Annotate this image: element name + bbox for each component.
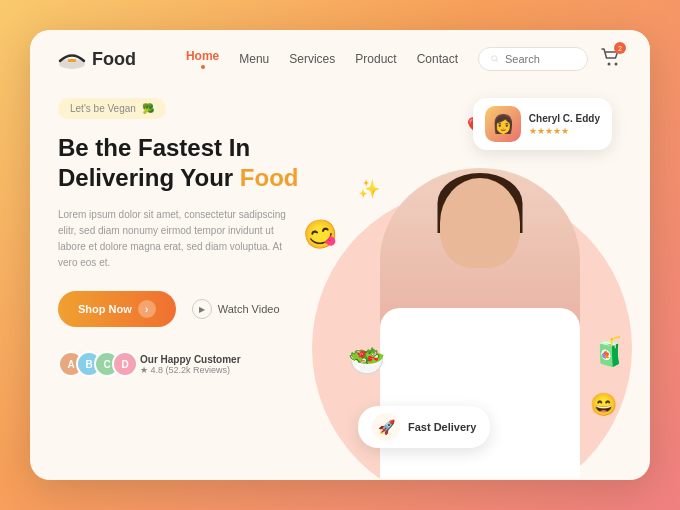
nav-menu[interactable]: Menu xyxy=(239,52,269,66)
delivery-icon: 🚀 xyxy=(372,413,400,441)
headline-line1: Be the Fastest In xyxy=(58,133,338,163)
navbar: Food Home Menu Services Product Contact … xyxy=(30,30,650,88)
avatar-4: D xyxy=(112,351,138,377)
person-shirt xyxy=(380,308,580,479)
svg-point-4 xyxy=(608,63,611,66)
logo[interactable]: Food xyxy=(58,48,136,70)
nav-product[interactable]: Product xyxy=(355,52,396,66)
cheryl-stars: ★★★★★ xyxy=(529,126,600,136)
emoji-smile: 😄 xyxy=(590,392,617,418)
shop-now-button[interactable]: Shop Now › xyxy=(58,291,176,327)
cart-badge: 2 xyxy=(614,42,626,54)
food-bowl-emoji: 🥗 xyxy=(348,343,385,378)
svg-point-5 xyxy=(615,63,618,66)
hero-section: Let's be Vegan 🥦 Be the Fastest In Deliv… xyxy=(30,88,650,478)
cheryl-card: 👩 Cheryl C. Eddy ★★★★★ xyxy=(473,98,612,150)
cheryl-name: Cheryl C. Eddy xyxy=(529,113,600,124)
vegan-emoji: 🥦 xyxy=(142,103,154,114)
hero-headline: Be the Fastest In Delivering Your Food xyxy=(58,133,338,193)
main-card: Food Home Menu Services Product Contact … xyxy=(30,30,650,480)
hero-right: 😋 ✨ ❤️ 😄 👩 Cheryl C. Eddy ★★★★★ xyxy=(338,88,622,478)
happy-customers: A B C D Our Happy Customer ★ 4.8 (52.2k … xyxy=(58,351,338,377)
nav-services[interactable]: Services xyxy=(289,52,335,66)
vegan-badge: Let's be Vegan 🥦 xyxy=(58,98,166,119)
search-input[interactable] xyxy=(505,53,575,65)
search-icon xyxy=(491,53,499,65)
person-head xyxy=(440,178,520,268)
svg-line-3 xyxy=(496,60,498,62)
logo-text: Food xyxy=(92,49,136,70)
logo-icon xyxy=(58,48,86,70)
hero-actions: Shop Now › ▶ Watch Video xyxy=(58,291,338,327)
fast-delivery-card: 🚀 Fast Delivery xyxy=(358,406,490,448)
customer-avatars: A B C D xyxy=(58,351,130,377)
food-drink-emoji: 🧃 xyxy=(592,335,627,368)
emoji-star: ✨ xyxy=(358,178,380,200)
fast-delivery-text: Fast Delivery xyxy=(408,421,476,433)
hero-description: Lorem ipsum dolor sit amet, consectetur … xyxy=(58,207,288,271)
nav-home[interactable]: Home xyxy=(186,49,219,69)
play-icon: ▶ xyxy=(192,299,212,319)
headline-line2: Delivering Your Food xyxy=(58,163,338,193)
cheryl-avatar: 👩 xyxy=(485,106,521,142)
hero-left: Let's be Vegan 🥦 Be the Fastest In Deliv… xyxy=(58,88,338,478)
nav-contact[interactable]: Contact xyxy=(417,52,458,66)
watch-video-button[interactable]: ▶ Watch Video xyxy=(192,299,280,319)
svg-rect-1 xyxy=(68,59,76,62)
nav-links: Home Menu Services Product Contact xyxy=(186,49,458,69)
customer-info: Our Happy Customer ★ 4.8 (52.2k Reviews) xyxy=(140,354,241,375)
search-bar[interactable] xyxy=(478,47,588,71)
shop-arrow-icon: › xyxy=(138,300,156,318)
cart-button[interactable]: 2 xyxy=(600,46,622,72)
vegan-text: Let's be Vegan xyxy=(70,103,136,114)
